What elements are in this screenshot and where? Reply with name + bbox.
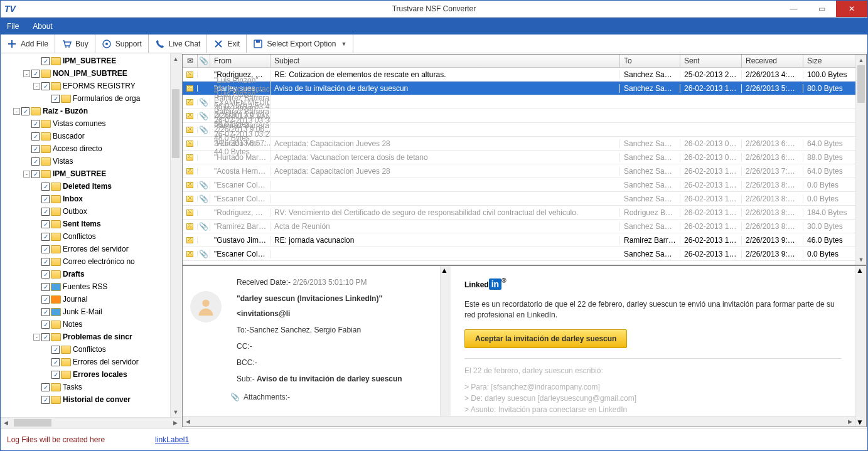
tree-item[interactable]: -✓NON_IPM_SUBTREE: [1, 67, 181, 80]
checkbox[interactable]: ✓: [41, 57, 50, 65]
tree-item[interactable]: ✓IPM_SUBTREE: [1, 55, 181, 67]
checkbox[interactable]: ✓: [41, 183, 50, 191]
checkbox[interactable]: ✓: [41, 233, 50, 241]
checkbox[interactable]: ✓: [41, 383, 50, 391]
live-chat-button[interactable]: Live Chat: [149, 34, 208, 53]
tree-item[interactable]: ✓Deleted Items: [1, 180, 181, 193]
tree-item[interactable]: ✓Correo electrónico no: [1, 255, 181, 268]
message-row[interactable]: 📎"Luis Pinzon" PLANILLAS VANS SPS 711Ram…: [183, 123, 866, 137]
message-row[interactable]: "Rodriguez, Roci...RV: Vencimiento del C…: [183, 206, 866, 220]
scroll-up-icon[interactable]: ▲: [856, 266, 866, 275]
accept-invitation-button[interactable]: Aceptar la invitación de darley suescun: [464, 329, 627, 348]
scroll-thumb[interactable]: [856, 275, 866, 300]
message-row[interactable]: "Rodriguez, Roci...RE: Cotizacion de ele…: [183, 68, 866, 82]
scroll-thumb[interactable]: [857, 65, 865, 103]
tree-horizontal-scrollbar[interactable]: ◀ ▶: [1, 417, 181, 428]
tree-item[interactable]: ✓Journal: [1, 293, 181, 305]
scroll-down-icon[interactable]: ▼: [856, 254, 866, 265]
header-attachment[interactable]: 📎: [198, 55, 210, 67]
header-sent[interactable]: Sent: [680, 55, 742, 67]
checkbox[interactable]: ✓: [31, 70, 40, 78]
expand-toggle[interactable]: -: [33, 83, 40, 90]
scroll-left-icon[interactable]: ◀: [1, 418, 11, 428]
checkbox[interactable]: ✓: [21, 107, 29, 115]
message-row[interactable]: "Acosta Hernand...Aceptada: Capacitacion…: [183, 164, 866, 178]
close-button[interactable]: ✕: [836, 1, 867, 17]
checkbox[interactable]: ✓: [41, 308, 50, 316]
scroll-up-icon[interactable]: ▲: [441, 266, 451, 275]
buy-button[interactable]: Buy: [55, 34, 95, 53]
checkbox[interactable]: ✓: [41, 270, 50, 279]
scroll-up-icon[interactable]: ▲: [171, 53, 181, 64]
tree-item[interactable]: ✓Formularios de orga: [1, 92, 181, 105]
checkbox[interactable]: ✓: [41, 396, 50, 404]
message-row[interactable]: 📎"Ramirez Barrera...Acta de ReuniónSanch…: [183, 220, 866, 233]
header-from[interactable]: From: [210, 55, 271, 67]
message-row[interactable]: "Hurtado Martine...Aceptada: Vacunacion …: [183, 151, 866, 164]
checkbox[interactable]: ✓: [41, 295, 50, 304]
tree-item[interactable]: ✓Errores locales: [1, 368, 181, 381]
tree-item[interactable]: ✓Historial de conver: [1, 393, 181, 406]
scroll-up-icon[interactable]: ▲: [856, 55, 866, 65]
tree-item[interactable]: -✓Problemas de sincr: [1, 331, 181, 343]
maximize-button[interactable]: ▭: [808, 1, 836, 17]
checkbox[interactable]: ✓: [31, 145, 40, 153]
tree-item[interactable]: -✓Raíz - Buzón: [1, 105, 181, 117]
checkbox[interactable]: ✓: [41, 258, 50, 266]
grid-vertical-scrollbar[interactable]: ▲ ▼: [855, 55, 866, 265]
tree-item[interactable]: ✓Conflictos: [1, 230, 181, 243]
message-row[interactable]: 📎"Luis Pinzon" EXAMEN MEDICO JOSE RUEDAR…: [183, 109, 866, 123]
expand-toggle[interactable]: -: [23, 171, 30, 178]
tree-vertical-scrollbar[interactable]: ▲ ▼: [170, 53, 181, 417]
tree-item[interactable]: ✓Errores del servidor: [1, 243, 181, 255]
checkbox[interactable]: ✓: [41, 333, 50, 341]
scroll-down-icon[interactable]: ▼: [856, 418, 866, 427]
menu-file[interactable]: File: [7, 22, 19, 31]
header-icon[interactable]: ✉: [183, 55, 198, 67]
tree-item[interactable]: ✓Errores del servidor: [1, 356, 181, 368]
tree-item[interactable]: ✓Sent Items: [1, 218, 181, 230]
tree-item[interactable]: ✓Fuentes RSS: [1, 280, 181, 293]
support-button[interactable]: Support: [95, 34, 149, 53]
tree-item[interactable]: ✓Conflictos: [1, 343, 181, 356]
exit-button[interactable]: Exit: [207, 34, 247, 53]
add-file-button[interactable]: Add File: [1, 34, 55, 53]
message-row[interactable]: 📎"Escaner Colomb...Sanchez Sanche...26-0…: [183, 178, 866, 192]
header-to[interactable]: To: [620, 55, 680, 67]
scroll-thumb[interactable]: [441, 275, 451, 312]
expand-toggle[interactable]: -: [13, 108, 20, 115]
tree-item[interactable]: ✓Drafts: [1, 268, 181, 280]
checkbox[interactable]: ✓: [41, 321, 50, 329]
checkbox[interactable]: ✓: [51, 358, 60, 366]
message-row[interactable]: 📎"Escaner Colomb...Sanchez Sanche...26-0…: [183, 192, 866, 206]
header-received[interactable]: Received: [742, 55, 803, 67]
scroll-down-icon[interactable]: ▼: [171, 406, 181, 417]
tree-item[interactable]: -✓EFORMS REGISTRY: [1, 80, 181, 92]
scroll-thumb[interactable]: [14, 419, 51, 427]
checkbox[interactable]: ✓: [31, 170, 40, 178]
menu-about[interactable]: About: [33, 22, 52, 31]
checkbox[interactable]: ✓: [51, 346, 60, 354]
checkbox[interactable]: ✓: [41, 245, 50, 253]
checkbox[interactable]: ✓: [41, 220, 50, 228]
checkbox[interactable]: ✓: [41, 283, 50, 291]
tree-item[interactable]: ✓Acceso directo: [1, 142, 181, 155]
message-row[interactable]: 📎"Escaner Colomb...Sanchez Sanche...26-0…: [183, 247, 866, 261]
expand-toggle[interactable]: -: [23, 70, 30, 77]
checkbox[interactable]: ✓: [41, 195, 50, 203]
tree-item[interactable]: ✓Junk E-Mail: [1, 305, 181, 318]
message-row[interactable]: "Hurtado Martine...Aceptada: Capacitacio…: [183, 137, 866, 151]
preview-left-scrollbar[interactable]: ▲ ▼: [440, 266, 451, 427]
checkbox[interactable]: ✓: [51, 371, 60, 379]
minimize-button[interactable]: —: [780, 1, 808, 17]
header-subject[interactable]: Subject: [271, 55, 620, 67]
checkbox[interactable]: ✓: [31, 157, 40, 166]
tree-item[interactable]: ✓Vistas comunes: [1, 117, 181, 130]
link-label[interactable]: linkLabel1: [155, 435, 189, 444]
expand-toggle[interactable]: -: [33, 334, 40, 341]
checkbox[interactable]: ✓: [51, 95, 60, 103]
preview-right-scrollbar[interactable]: ▲ ▼: [855, 266, 866, 427]
checkbox[interactable]: ✓: [31, 120, 40, 128]
checkbox[interactable]: ✓: [41, 82, 50, 90]
scroll-thumb[interactable]: [172, 89, 179, 158]
